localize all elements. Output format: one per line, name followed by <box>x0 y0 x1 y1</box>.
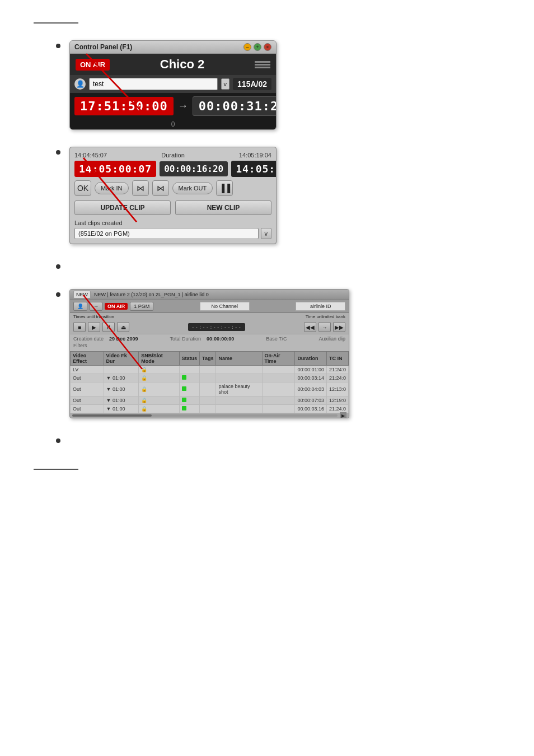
td-snb: 🔒 <box>139 396 179 405</box>
rd-arrow-btn[interactable]: → <box>90 302 102 311</box>
rd-col-tags: Tags <box>200 352 216 366</box>
ce-mark-in-btn[interactable]: Mark IN <box>95 182 129 194</box>
rd-info-row-2: Filters <box>73 343 345 348</box>
cp-timecode-row: 17:51:50:00 → 00:00:31:24 <box>70 93 276 119</box>
td-video-effect: Out <box>71 382 104 396</box>
rd-back-btn[interactable]: ◀◀ <box>304 322 316 332</box>
rd-creation-label: Creation date <box>73 336 104 342</box>
rd-titlebar: NEW NEW | feature 2 (12/20) on 2L_PGN_1 … <box>70 290 349 300</box>
td-status <box>179 366 200 374</box>
td-tcin: 21:24:0 <box>326 374 348 382</box>
rd-pause-btn[interactable]: ⏸ <box>102 322 115 332</box>
cp-close-btn[interactable]: × <box>264 43 271 51</box>
td-tags <box>200 366 216 374</box>
table-row[interactable]: Out ▼ 01:00 🔒 palace beauty shot 00:00:0… <box>71 382 349 396</box>
cp-dropdown-btn[interactable]: v <box>221 78 230 90</box>
cp-window-buttons: – + × <box>243 43 271 51</box>
td-name <box>216 374 262 382</box>
list-item-1: Control Panel (F1) – + × ON AIR Chico 2 <box>56 40 500 130</box>
table-row[interactable]: Out ▼ 01:00 🔒 00:00:03:16 21:24:0 <box>71 405 349 413</box>
rd-scrollbar[interactable]: ▶ <box>70 413 349 418</box>
ce-new-clip-btn[interactable]: NEW CLIP <box>175 200 271 215</box>
list-item-4: NEW NEW | feature 2 (12/20) on 2L_PGN_1 … <box>56 289 500 418</box>
td-status <box>179 396 200 405</box>
rd-info-row-1: Creation date 29 Dec 2009 Total Duration… <box>73 336 345 342</box>
ce-select-arrow[interactable]: v <box>261 228 272 239</box>
ce-ok-btn[interactable]: OK <box>74 180 91 196</box>
td-video-effect: Out <box>71 405 104 413</box>
table-row[interactable]: Out ▼ 01:00 🔒 00:00:03:14 21:24:0 <box>71 374 349 382</box>
rd-on-air-badge[interactable]: ON AIR <box>105 303 128 310</box>
td-duration: 00:00:03:14 <box>295 374 327 382</box>
td-onair <box>262 366 295 374</box>
cp-arrow-icon: → <box>178 100 188 112</box>
cp-input-field[interactable] <box>89 78 218 90</box>
td-duration: 00:00:01:00 <box>295 366 327 374</box>
rd-duration-value: 00:00:00:00 <box>207 336 234 342</box>
list-item-3 <box>56 261 500 272</box>
rd-col-name: Name <box>216 352 262 366</box>
table-row[interactable]: LV 🔒 00:00:01:00 21:24:0 <box>71 366 349 374</box>
rd-scroll-right-btn[interactable]: ▶ <box>340 412 346 418</box>
td-onair <box>262 405 295 413</box>
ce-mark-out-btn[interactable]: Mark OUT <box>172 182 213 194</box>
rd-time-unlimited: Time unlimited bank <box>306 314 345 319</box>
td-onair <box>262 396 295 405</box>
td-name: palace beauty shot <box>216 382 262 396</box>
rd-tc-display: --:--:--:--:-- <box>188 323 245 331</box>
rd-filters-label: Filters <box>73 343 87 348</box>
rd-table-header: Video Effect Video Fk Dur SNB/Slot Mode … <box>71 352 349 366</box>
td-tcin: 12:19:0 <box>326 396 348 405</box>
rd-table-body: LV 🔒 00:00:01:00 21:24:0 <box>71 366 349 413</box>
rd-stop-btn[interactable]: ■ <box>73 322 86 332</box>
rd-times-row: Times until transition Time unlimited ba… <box>70 313 349 320</box>
control-panel: Control Panel (F1) – + × ON AIR Chico 2 <box>69 40 277 130</box>
rd-toolbar: 👤 → ON AIR 1 PGM No Channel airlinle ID <box>70 300 349 313</box>
td-video-effect: Out <box>71 374 104 382</box>
bullet-list: Control Panel (F1) – + × ON AIR Chico 2 <box>56 40 500 446</box>
ce-ok-label: OK <box>77 184 88 193</box>
td-status <box>179 374 200 382</box>
rd-forward-btn[interactable]: → <box>318 322 331 332</box>
control-panel-wrapper: Control Panel (F1) – + × ON AIR Chico 2 <box>69 40 277 130</box>
td-video-fk: ▼ 01:00 <box>104 374 139 382</box>
cp-maximize-btn[interactable]: + <box>254 43 261 51</box>
td-status <box>179 382 200 396</box>
table-row[interactable]: Out ▼ 01:00 🔒 00:00:07:03 12:19:0 <box>71 396 349 405</box>
td-video-effect: LV <box>71 366 104 374</box>
td-tags <box>200 382 216 396</box>
top-divider <box>34 22 78 24</box>
rd-table: Video Effect Video Fk Dur SNB/Slot Mode … <box>70 351 349 413</box>
ce-icon3-btn[interactable]: ▐▐ <box>216 180 233 196</box>
rd-aux-clip-label: Auxilian clip <box>318 336 345 342</box>
cp-lines-icon <box>255 61 270 68</box>
ce-timecodes-row: 14:05:00:07 00:00:16:20 14:05:17:02 <box>74 161 271 177</box>
ce-last-clips-value[interactable]: (851E/02 on PGM) <box>74 228 259 239</box>
rd-title-text: NEW | feature 2 (12/20) on 2L_PGN_1 | ai… <box>94 292 209 297</box>
bullet-dot-2 <box>56 150 60 155</box>
ce-dropdown-row: (851E/02 on PGM) v <box>74 228 271 239</box>
cp-channel-name: Chico 2 <box>115 57 249 72</box>
rd-airline-id: airlinle ID <box>296 302 345 311</box>
rd-end-btn[interactable]: ▶▶ <box>333 322 345 332</box>
rd-transport-row: ■ ▶ ⏸ ⏏ --:--:--:--:-- ◀◀ → ▶▶ <box>70 320 349 334</box>
rd-user-btn[interactable]: 👤 <box>73 302 87 311</box>
td-video-fk: ▼ 01:00 <box>104 382 139 396</box>
ce-icon1-btn[interactable]: ⋈ <box>132 180 149 196</box>
ce-update-clip-btn[interactable]: UPDATE CLIP <box>74 200 171 215</box>
ce-icon2-btn[interactable]: ⋈ <box>152 180 169 196</box>
bullet-dot-4 <box>56 292 60 297</box>
ce-action-row: UPDATE CLIP NEW CLIP <box>74 200 271 215</box>
rd-1pgm-btn[interactable]: 1 PGM <box>130 302 153 311</box>
rd-eject-btn[interactable]: ⏏ <box>117 322 129 332</box>
cp-zero-label: 0 <box>70 119 276 129</box>
ce-last-clips-label: Last clips created <box>74 220 271 226</box>
td-duration: 00:00:03:16 <box>295 405 327 413</box>
rd-play-btn[interactable]: ▶ <box>88 322 100 332</box>
cp-minimize-btn[interactable]: – <box>243 43 251 51</box>
cp-timecode-secondary: 00:00:31:24 <box>193 96 277 116</box>
td-tags <box>200 405 216 413</box>
ce-tc-duration: 00:00:16:20 <box>160 161 228 176</box>
td-tags <box>200 396 216 405</box>
bullet-dot-1 <box>56 44 60 48</box>
